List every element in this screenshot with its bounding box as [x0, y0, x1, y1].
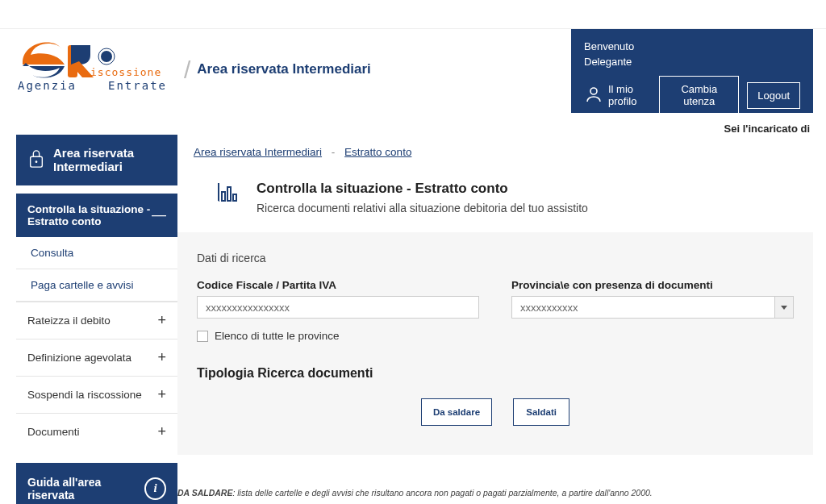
sidebar: Area riservata Intermediari Controlla la…	[16, 135, 177, 504]
sidebar-help-block: Guida all'area riservata i FAQ	[16, 463, 177, 505]
top-decor-strip	[0, 0, 826, 29]
note-da-saldare-head: DA SALDARE	[177, 488, 232, 498]
page-title: Controlla la situazione - Estratto conto	[257, 181, 588, 197]
breadcrumb-root[interactable]: Area riservata Intermediari	[194, 146, 322, 158]
sidebar-item-label: Documenti	[27, 426, 80, 438]
note-da-saldare-body: : lista delle cartelle e degli avvisi ch…	[232, 488, 652, 498]
svg-point-6	[590, 88, 597, 94]
saldati-button[interactable]: Saldati	[513, 398, 569, 426]
expand-icon: +	[157, 349, 166, 366]
sidebar-item-estratto-conto[interactable]: Controlla la situazione - Estratto conto…	[16, 194, 177, 237]
person-icon	[584, 85, 603, 106]
page-name: Area riservata Intermediari	[197, 61, 370, 77]
bar-chart-icon	[216, 181, 239, 215]
my-profile-label: Il mio profilo	[608, 83, 651, 107]
my-profile-link[interactable]: Il mio profilo	[584, 83, 651, 107]
svg-rect-13	[222, 192, 225, 201]
logout-button[interactable]: Logout	[747, 82, 800, 109]
svg-rect-15	[233, 194, 236, 201]
welcome-text: Benvenuto	[584, 40, 800, 52]
province-select[interactable]	[511, 296, 774, 319]
sidebar-item-label: Paga cartelle e avvisi	[31, 279, 134, 291]
sidebar-item-sospendi[interactable]: Sospendi la riscossione +	[16, 376, 177, 413]
footnotes: DA SALDARE: lista delle cartelle e degli…	[177, 487, 813, 504]
svg-text:Agenzia: Agenzia	[18, 79, 77, 92]
main-area: Area riservata Intermediari - Estratto c…	[194, 141, 826, 504]
sidebar-item-label: Consulta	[31, 247, 73, 259]
sidebar-guide-label: Guida all'area riservata	[27, 476, 144, 502]
svg-rect-14	[227, 187, 231, 201]
expand-icon: +	[157, 423, 166, 440]
sidebar-item-label: Rateizza il debito	[27, 314, 111, 327]
agenzia-entrate-riscossione-logo: iscossione Agenzia Entrate	[18, 37, 177, 94]
tipologia-heading: Tipologia Ricerca documenti	[197, 366, 794, 381]
sidebar-item-definizione[interactable]: Definizione agevolata +	[16, 339, 177, 376]
user-panel: Benvenuto Delegante Il mio profilo Cambi…	[571, 29, 813, 113]
sidebar-sub-consulta[interactable]: Consulta	[16, 237, 177, 269]
sidebar-item-documenti[interactable]: Documenti +	[16, 413, 177, 450]
info-icon: i	[144, 477, 166, 500]
sidebar-item-rateizza[interactable]: Rateizza il debito +	[16, 302, 177, 339]
breadcrumb-separator: -	[332, 146, 336, 158]
all-provinces-checkbox[interactable]	[197, 331, 208, 342]
province-label: Provincia\e con presenza di documenti	[511, 279, 794, 291]
change-user-button[interactable]: Cambia utenza	[659, 76, 739, 115]
sidebar-title-box: Area riservata Intermediari	[16, 135, 177, 185]
breadcrumb-current[interactable]: Estratto conto	[344, 146, 411, 158]
header-divider: /	[184, 56, 190, 84]
user-role: Delegante	[584, 56, 800, 68]
da-saldare-button[interactable]: Da saldare	[421, 398, 492, 426]
sidebar-sub-paga[interactable]: Paga cartelle e avvisi	[16, 269, 177, 302]
expand-icon: +	[157, 386, 166, 403]
svg-text:Entrate: Entrate	[108, 79, 167, 92]
lock-icon	[27, 148, 45, 173]
svg-point-8	[35, 160, 38, 163]
sidebar-title: Area riservata Intermediari	[53, 146, 166, 174]
header-band: iscossione Agenzia Entrate / Area riserv…	[0, 29, 826, 113]
expand-icon: +	[157, 312, 166, 329]
province-dropdown-toggle[interactable]	[774, 296, 794, 319]
sidebar-guide-link[interactable]: Guida all'area riservata i	[16, 463, 177, 505]
sidebar-item-label: Sospendi la riscossione	[27, 389, 142, 401]
collapse-icon: —	[152, 206, 166, 223]
breadcrumb: Area riservata Intermediari - Estratto c…	[194, 146, 813, 158]
cf-input[interactable]	[197, 296, 479, 319]
search-panel: Dati di ricerca Codice Fiscale / Partita…	[177, 232, 813, 455]
panel-label: Dati di ricerca	[197, 252, 794, 264]
all-provinces-label: Elenco di tutte le province	[215, 330, 340, 342]
cf-label: Codice Fiscale / Partita IVA	[197, 279, 479, 291]
sidebar-item-label: Controlla la situazione - Estratto conto	[27, 203, 152, 227]
page-subtitle: Ricerca documenti relativi alla situazio…	[257, 202, 588, 215]
svg-point-2	[101, 51, 112, 62]
sidebar-item-label: Definizione agevolata	[27, 352, 131, 364]
svg-text:iscossione: iscossione	[90, 66, 161, 78]
